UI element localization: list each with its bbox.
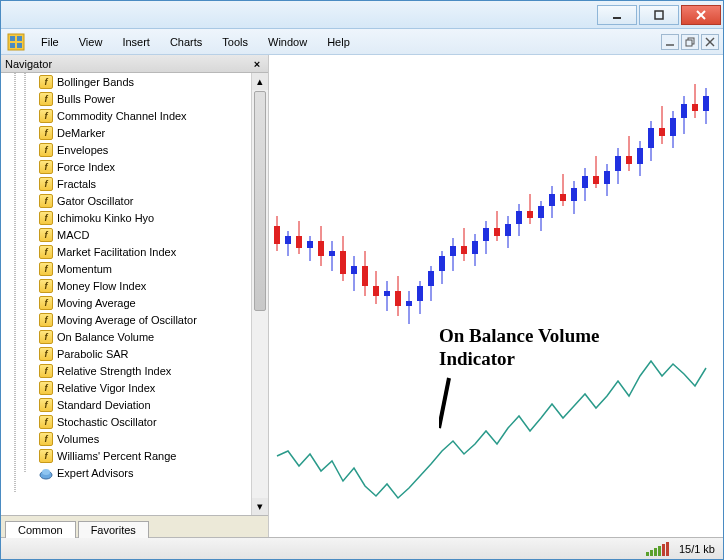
function-icon: f xyxy=(39,364,53,378)
navigator-close-button[interactable]: × xyxy=(250,57,264,71)
svg-rect-61 xyxy=(505,224,511,236)
indicator-item[interactable]: fParabolic SAR xyxy=(33,345,251,362)
menu-view[interactable]: View xyxy=(69,33,113,51)
svg-rect-25 xyxy=(307,241,313,248)
mdi-close-button[interactable] xyxy=(701,34,719,50)
svg-rect-55 xyxy=(472,241,478,254)
minimize-button[interactable] xyxy=(597,5,637,25)
svg-rect-77 xyxy=(593,176,599,184)
svg-rect-71 xyxy=(560,194,566,201)
svg-rect-89 xyxy=(659,128,665,136)
function-icon: f xyxy=(39,279,53,293)
indicator-item[interactable]: fFractals xyxy=(33,175,251,192)
svg-rect-23 xyxy=(296,236,302,248)
navigator-title: Navigator xyxy=(5,58,52,70)
indicator-item[interactable]: fVolumes xyxy=(33,430,251,447)
tab-common[interactable]: Common xyxy=(5,521,76,538)
indicator-label: Parabolic SAR xyxy=(57,348,129,360)
svg-rect-31 xyxy=(340,251,346,274)
indicator-item[interactable]: fWilliams' Percent Range xyxy=(33,447,251,464)
indicator-label: Force Index xyxy=(57,161,115,173)
svg-rect-69 xyxy=(549,194,555,206)
function-icon: f xyxy=(39,415,53,429)
indicator-item[interactable]: fMACD xyxy=(33,226,251,243)
indicator-item[interactable]: fForce Index xyxy=(33,158,251,175)
indicator-label: Money Flow Index xyxy=(57,280,146,292)
function-icon: f xyxy=(39,211,53,225)
scroll-down-icon[interactable]: ▾ xyxy=(252,498,268,515)
svg-rect-11 xyxy=(686,40,692,46)
indicator-label: Stochastic Oscillator xyxy=(57,416,157,428)
tab-favorites[interactable]: Favorites xyxy=(78,521,149,538)
navigator-header: Navigator × xyxy=(1,55,268,73)
price-chart[interactable] xyxy=(269,55,723,537)
navigator-scrollbar[interactable]: ▴ ▾ xyxy=(251,73,268,515)
chart-area[interactable]: On Balance Volume Indicator xyxy=(269,55,723,537)
indicator-item[interactable]: fIchimoku Kinko Hyo xyxy=(33,209,251,226)
menu-window[interactable]: Window xyxy=(258,33,317,51)
indicator-item[interactable]: fRelative Vigor Index xyxy=(33,379,251,396)
indicator-item[interactable]: fDeMarker xyxy=(33,124,251,141)
svg-rect-39 xyxy=(384,291,390,296)
svg-rect-45 xyxy=(417,286,423,301)
scroll-up-icon[interactable]: ▴ xyxy=(252,73,268,90)
expert-advisors-item[interactable]: Expert Advisors xyxy=(33,464,251,481)
function-icon: f xyxy=(39,245,53,259)
indicator-item[interactable]: fEnvelopes xyxy=(33,141,251,158)
function-icon: f xyxy=(39,330,53,344)
svg-rect-67 xyxy=(538,206,544,218)
work-area: Navigator × fBollinger BandsfBulls Power… xyxy=(1,55,723,537)
indicator-item[interactable]: fMomentum xyxy=(33,260,251,277)
menu-file[interactable]: File xyxy=(31,33,69,51)
svg-rect-97 xyxy=(703,96,709,111)
svg-rect-41 xyxy=(395,291,401,306)
indicator-item[interactable]: fMarket Facilitation Index xyxy=(33,243,251,260)
indicator-label: Relative Vigor Index xyxy=(57,382,155,394)
indicator-item[interactable]: fMoving Average of Oscillator xyxy=(33,311,251,328)
indicator-item[interactable]: fOn Balance Volume xyxy=(33,328,251,345)
maximize-button[interactable] xyxy=(639,5,679,25)
function-icon: f xyxy=(39,313,53,327)
indicator-item[interactable]: fCommodity Channel Index xyxy=(33,107,251,124)
function-icon: f xyxy=(39,126,53,140)
menu-bar: File View Insert Charts Tools Window Hel… xyxy=(1,29,723,55)
app-window: File View Insert Charts Tools Window Hel… xyxy=(0,0,724,560)
svg-rect-93 xyxy=(681,104,687,118)
menu-help[interactable]: Help xyxy=(317,33,360,51)
menu-charts[interactable]: Charts xyxy=(160,33,212,51)
svg-rect-8 xyxy=(17,43,22,48)
indicator-label: DeMarker xyxy=(57,127,105,139)
svg-rect-75 xyxy=(582,176,588,188)
svg-rect-95 xyxy=(692,104,698,111)
close-button[interactable] xyxy=(681,5,721,25)
indicator-item[interactable]: fMoving Average xyxy=(33,294,251,311)
indicator-label: Moving Average xyxy=(57,297,136,309)
svg-rect-1 xyxy=(655,11,663,19)
indicator-item[interactable]: fStochastic Oscillator xyxy=(33,413,251,430)
indicator-label: Bollinger Bands xyxy=(57,76,134,88)
svg-rect-73 xyxy=(571,188,577,201)
svg-rect-21 xyxy=(285,236,291,244)
indicator-label: Envelopes xyxy=(57,144,108,156)
indicator-item[interactable]: fGator Oscillator xyxy=(33,192,251,209)
indicator-item[interactable]: fBulls Power xyxy=(33,90,251,107)
indicator-item[interactable]: fStandard Deviation xyxy=(33,396,251,413)
navigator-tabs: Common Favorites xyxy=(1,515,268,537)
indicator-label: Standard Deviation xyxy=(57,399,151,411)
scroll-thumb[interactable] xyxy=(254,91,266,311)
svg-rect-49 xyxy=(439,256,445,271)
svg-rect-6 xyxy=(17,36,22,41)
indicator-item[interactable]: fMoney Flow Index xyxy=(33,277,251,294)
indicator-label: Commodity Channel Index xyxy=(57,110,187,122)
indicator-label: Moving Average of Oscillator xyxy=(57,314,197,326)
svg-rect-87 xyxy=(648,128,654,148)
mdi-restore-button[interactable] xyxy=(681,34,699,50)
svg-rect-51 xyxy=(450,246,456,256)
svg-point-17 xyxy=(42,469,50,475)
menu-tools[interactable]: Tools xyxy=(212,33,258,51)
indicator-item[interactable]: fBollinger Bands xyxy=(33,73,251,90)
menu-insert[interactable]: Insert xyxy=(112,33,160,51)
indicator-label: Fractals xyxy=(57,178,96,190)
mdi-minimize-button[interactable] xyxy=(661,34,679,50)
indicator-item[interactable]: fRelative Strength Index xyxy=(33,362,251,379)
